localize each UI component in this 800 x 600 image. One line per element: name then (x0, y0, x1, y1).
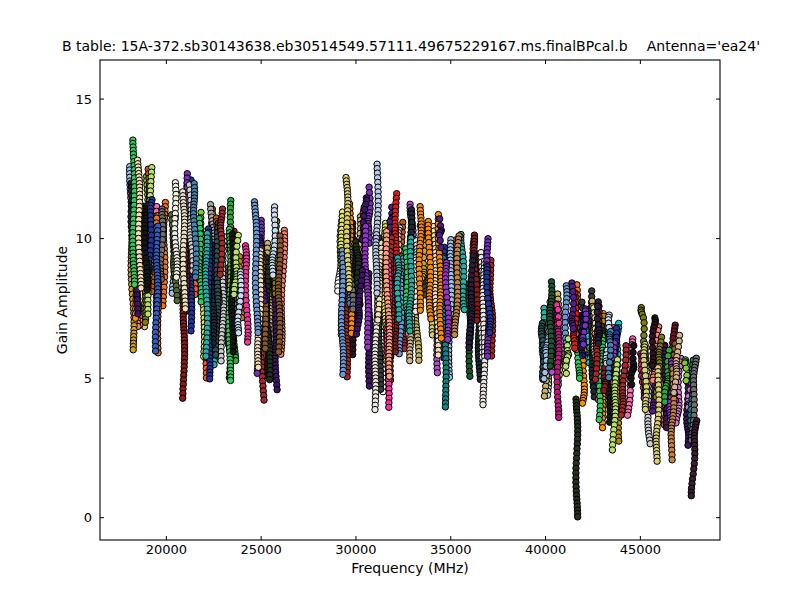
y-tick-label: 0 (84, 510, 92, 525)
scatter-points (126, 137, 700, 520)
y-tick-label: 5 (84, 371, 92, 386)
x-tick-label: 45000 (620, 542, 661, 557)
antenna-label: Antenna='ea24' (647, 38, 760, 54)
plot-title: B table: 15A-372.sb30143638.eb30514549.5… (62, 38, 628, 54)
x-tick-label: 40000 (525, 542, 566, 557)
bandpass-plot: B table: 15A-372.sb30143638.eb30514549.5… (0, 0, 800, 600)
y-tick-label: 10 (75, 231, 92, 246)
strand (547, 279, 556, 370)
x-tick-label: 35000 (430, 542, 471, 557)
x-tick-label: 20000 (146, 542, 187, 557)
strand (682, 357, 691, 384)
x-tick-label: 30000 (335, 542, 376, 557)
figure: B table: 15A-372.sb30143638.eb30514549.5… (0, 0, 800, 600)
strand (569, 280, 577, 332)
y-tick-label: 15 (75, 92, 92, 107)
x-axis-label: Frequency (MHz) (351, 560, 469, 576)
strand (373, 161, 382, 296)
strand (573, 396, 581, 520)
x-tick-label: 25000 (240, 542, 281, 557)
y-axis-label: Gain Amplitude (54, 246, 70, 354)
